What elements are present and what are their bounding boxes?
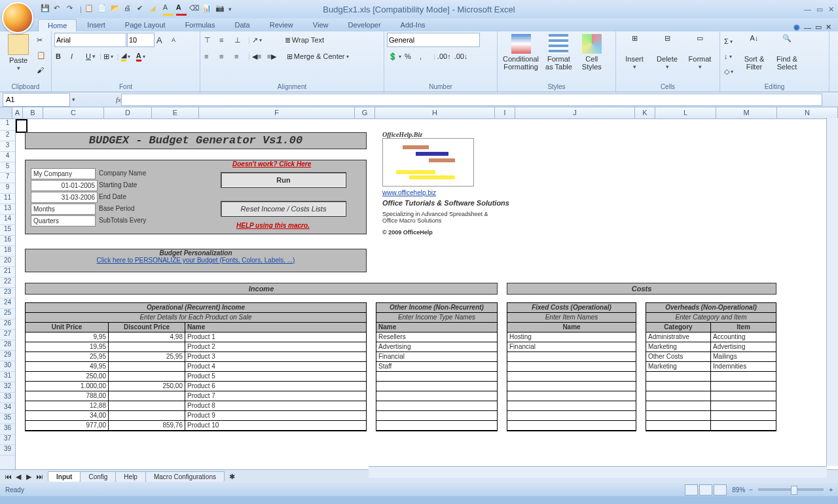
row-header[interactable]: 24 <box>0 298 15 309</box>
comma-button[interactable]: , <box>418 49 433 63</box>
paste-button[interactable]: Paste▾ <box>3 33 34 73</box>
row-header[interactable]: 35 <box>0 414 15 424</box>
merge-center-button[interactable]: ⊞ Merge & Center <box>285 49 350 63</box>
column-header[interactable]: C <box>43 107 104 118</box>
row-header[interactable]: 31 <box>0 372 15 382</box>
row-header[interactable]: 21 <box>0 267 15 278</box>
font-color-icon[interactable]: A <box>176 3 187 16</box>
table-row[interactable]: MarketingAdvertising <box>646 342 776 352</box>
table-row[interactable]: 19,95Product 2 <box>26 342 366 352</box>
column-header[interactable]: H <box>375 107 495 118</box>
row-header[interactable]: 23 <box>0 288 15 298</box>
row-header[interactable]: 16 <box>0 236 15 246</box>
row-header[interactable]: 26 <box>0 319 15 330</box>
table-row[interactable] <box>646 382 776 391</box>
clear-icon[interactable]: ⌫ <box>189 4 200 14</box>
row-header[interactable]: 3 <box>0 141 15 152</box>
table-row[interactable] <box>646 391 776 401</box>
doc-restore-icon[interactable]: ▭ <box>815 23 822 31</box>
help-icon[interactable]: ◉ <box>793 23 800 31</box>
align-center-button[interactable]: ≡ <box>218 49 232 63</box>
horizontal-scrollbar[interactable] <box>369 466 827 478</box>
number-format-select[interactable] <box>387 33 480 47</box>
ribbon-tab-data[interactable]: Data <box>225 19 259 31</box>
tab-nav-prev[interactable]: ◀ <box>13 471 24 482</box>
row-header[interactable]: 25 <box>0 309 15 319</box>
row-header[interactable]: 36 <box>0 424 15 435</box>
row-header[interactable]: 5 <box>0 162 15 173</box>
increase-decimal-button[interactable]: .00↑ <box>436 49 452 63</box>
row-header[interactable]: 22 <box>0 278 15 288</box>
highlight-icon[interactable]: A <box>163 3 173 16</box>
cut-button[interactable]: ✂ <box>35 33 50 47</box>
format-painter-button[interactable]: 🖌 <box>35 63 50 77</box>
conditional-formatting-button[interactable]: Conditional Formatting <box>500 33 541 72</box>
spellcheck-icon[interactable]: ✔ <box>137 4 147 14</box>
row-header[interactable]: 30 <box>0 361 15 372</box>
orientation-button[interactable]: ↗ <box>251 33 265 47</box>
column-header[interactable]: N <box>777 107 838 118</box>
font-family-select[interactable] <box>54 33 126 47</box>
table-row[interactable] <box>507 372 636 382</box>
align-right-button[interactable]: ≡ <box>233 49 247 63</box>
table-row[interactable]: Financial <box>507 342 636 352</box>
sheet-tab-help[interactable]: Help <box>115 471 146 482</box>
row-header[interactable]: 37 <box>0 435 15 445</box>
zoom-out-button[interactable]: − <box>749 486 753 494</box>
normal-view-button[interactable] <box>685 484 698 495</box>
table-row[interactable] <box>507 391 636 401</box>
select-all-corner[interactable] <box>0 107 12 118</box>
grow-font-button[interactable]: A <box>155 33 170 47</box>
column-header[interactable]: K <box>635 107 655 118</box>
border-button[interactable]: ⊞ <box>102 49 117 63</box>
undo-icon[interactable]: ↶ <box>54 4 64 14</box>
redo-icon[interactable]: ↷ <box>67 4 77 14</box>
help-macro-link[interactable]: HELP using this macro. <box>236 222 310 229</box>
table-row[interactable]: 250,00Product 5 <box>26 372 366 382</box>
shrink-font-button[interactable]: A <box>170 33 185 47</box>
print-icon[interactable]: 🖨 <box>124 4 134 14</box>
table-row[interactable]: AdministrativeAccounting <box>646 333 776 342</box>
cells-grid[interactable]: BUDGEX - Budget Generator Vs1.00 My Comp… <box>16 119 838 469</box>
row-header[interactable]: 20 <box>0 257 15 267</box>
table-row[interactable]: Staff <box>376 362 497 372</box>
percent-button[interactable]: % <box>403 49 418 63</box>
table-row[interactable] <box>646 421 776 431</box>
row-header[interactable]: 7 <box>0 173 15 183</box>
table-row[interactable] <box>646 401 776 411</box>
underline-button[interactable]: U▾ <box>84 49 99 63</box>
table-row[interactable]: MarketingIndemnities <box>646 362 776 372</box>
run-button[interactable]: Run <box>221 172 346 188</box>
ribbon-tab-add-ins[interactable]: Add-Ins <box>392 19 435 31</box>
row-header[interactable]: 11 <box>0 194 15 204</box>
zoom-slider[interactable] <box>758 488 824 491</box>
ribbon-tab-review[interactable]: Review <box>261 19 302 31</box>
restore-icon[interactable]: ▭ <box>816 5 823 14</box>
column-header[interactable]: I <box>495 107 515 118</box>
table-row[interactable] <box>646 411 776 421</box>
cell-styles-button[interactable]: Cell Styles <box>576 33 608 72</box>
save-icon[interactable]: 💾 <box>41 4 51 14</box>
chart-icon[interactable]: 📊 <box>202 4 213 14</box>
row-header[interactable]: 2 <box>0 131 15 141</box>
font-color-button[interactable]: A <box>135 49 149 63</box>
name-box[interactable] <box>3 93 70 107</box>
fx-icon[interactable]: fx <box>116 96 121 103</box>
ribbon-tab-developer[interactable]: Developer <box>338 19 390 31</box>
table-row[interactable] <box>507 382 636 391</box>
autosum-button[interactable]: Σ <box>723 34 737 48</box>
tab-nav-first[interactable]: ⏮ <box>3 471 13 482</box>
ribbon-tab-home[interactable]: Home <box>38 19 77 31</box>
table-row[interactable]: Financial <box>376 352 497 362</box>
zoom-in-button[interactable]: + <box>829 486 833 494</box>
personalization-link[interactable]: Click here to PERSONALIZE your Budget (F… <box>26 257 366 264</box>
find-select-button[interactable]: 🔍Find & Select <box>771 33 803 72</box>
table-row[interactable] <box>376 391 497 401</box>
font-size-select[interactable] <box>127 33 155 47</box>
base-period-input[interactable]: Months <box>31 204 96 215</box>
reset-button[interactable]: Reset Income / Costs Lists <box>221 201 346 217</box>
row-header[interactable]: 15 <box>0 225 15 236</box>
format-as-table-button[interactable]: Format as Table <box>543 33 575 72</box>
table-row[interactable] <box>507 421 636 431</box>
table-row[interactable]: 49,95Product 4 <box>26 362 366 372</box>
